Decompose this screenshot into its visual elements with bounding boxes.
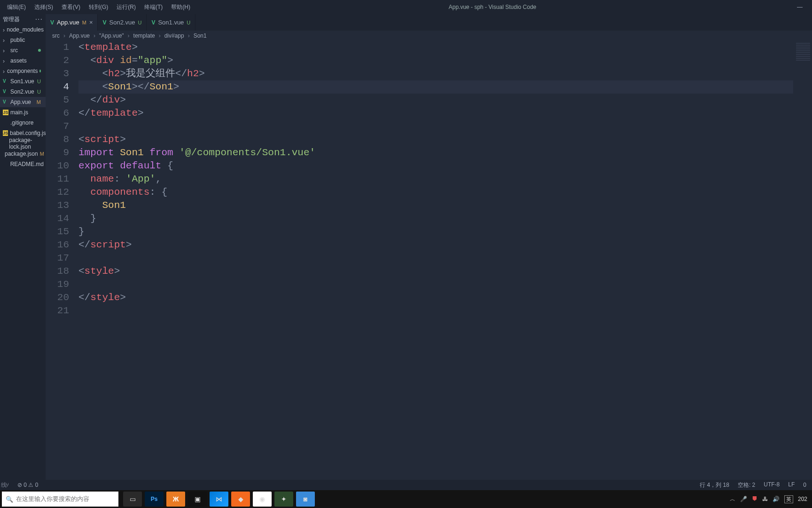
windows-taskbar: 🔍 在这里输入你要搜索的内容 ▭ Ps Ж ▣ ⋈ ◆ ◉ ✦ ◙ ︿ 🎤 ⛊ … bbox=[0, 490, 812, 508]
tree-item[interactable]: JSmain.js bbox=[0, 107, 46, 118]
code-line[interactable]: </script> bbox=[78, 238, 812, 252]
editor-tab[interactable]: VApp.vueM× bbox=[46, 14, 98, 31]
breadcrumb-item[interactable]: App.vue bbox=[69, 32, 90, 39]
tray-ime[interactable]: 英 bbox=[784, 495, 793, 503]
code-line[interactable]: </style> bbox=[78, 291, 812, 304]
code-line[interactable]: <template> bbox=[78, 41, 812, 54]
chrome-icon[interactable]: ◉ bbox=[253, 492, 272, 507]
vue-icon: V bbox=[3, 89, 8, 95]
tree-item-label: App.vue bbox=[10, 99, 31, 105]
tree-item[interactable]: public bbox=[0, 35, 46, 45]
window-minimize[interactable]: — bbox=[797, 4, 803, 10]
code-line[interactable]: } bbox=[78, 212, 812, 225]
menu-item[interactable]: 编辑(E) bbox=[3, 4, 30, 10]
code-line[interactable]: </div> bbox=[78, 94, 812, 107]
folder-icon bbox=[3, 27, 5, 32]
vcs-badge: U bbox=[37, 89, 44, 95]
tray-date[interactable]: 202 bbox=[798, 496, 807, 502]
code-line[interactable] bbox=[78, 278, 812, 291]
folder-icon bbox=[3, 68, 5, 74]
wechat-icon[interactable]: ✦ bbox=[274, 492, 293, 507]
breadcrumb-item[interactable]: div#app bbox=[164, 32, 184, 39]
status-item[interactable]: LF bbox=[787, 481, 796, 489]
tree-item[interactable]: .gitignore bbox=[0, 118, 46, 128]
code-line[interactable]: components: { bbox=[78, 186, 812, 199]
js-icon: JS bbox=[3, 110, 8, 115]
editor-tab[interactable]: VSon2.vueU bbox=[98, 14, 147, 31]
tree-item[interactable]: node_modules bbox=[0, 24, 46, 35]
breadcrumb[interactable]: srcApp.vue"App.vue"templatediv#appSon1 bbox=[46, 31, 812, 41]
tree-item-label: babel.config.js bbox=[10, 130, 46, 136]
folder-icon bbox=[3, 37, 8, 43]
tab-label: Son2.vue bbox=[109, 19, 135, 26]
breadcrumb-item[interactable]: template bbox=[133, 32, 155, 39]
menu-item[interactable]: 查看(V) bbox=[57, 4, 85, 10]
vscode-icon[interactable]: ⋈ bbox=[210, 492, 228, 507]
menu-item[interactable]: 帮助(H) bbox=[167, 4, 195, 10]
status-item[interactable]: UTF-8 bbox=[763, 481, 781, 489]
editor-tab[interactable]: VSon1.vueU bbox=[147, 14, 195, 31]
tree-item[interactable]: VSon2.vueU bbox=[0, 87, 46, 97]
explorer-panel: 管理器 ··· node_modulespublicsrcassetscompo… bbox=[0, 14, 46, 480]
tree-item-label: src bbox=[10, 47, 18, 54]
menu-item[interactable]: 选择(S) bbox=[30, 4, 57, 10]
taskbar-search[interactable]: 🔍 在这里输入你要搜索的内容 bbox=[2, 492, 118, 507]
tree-item[interactable]: components bbox=[0, 66, 46, 76]
status-item[interactable]: 行 4，列 18 bbox=[699, 481, 730, 489]
tree-item[interactable]: assets bbox=[0, 56, 46, 66]
line-gutter: 123456789101112131415161718192021 bbox=[46, 41, 78, 480]
code-line[interactable]: <style> bbox=[78, 265, 812, 278]
breadcrumb-item[interactable]: src bbox=[52, 32, 60, 39]
menu-item[interactable]: 运行(R) bbox=[112, 4, 140, 10]
postman-icon[interactable]: ◆ bbox=[231, 492, 250, 507]
photoshop-icon[interactable]: Ps bbox=[145, 492, 164, 507]
tray-chevron-icon[interactable]: ︿ bbox=[730, 495, 735, 503]
code-line[interactable]: } bbox=[78, 225, 812, 238]
terminal-icon[interactable]: ▣ bbox=[188, 492, 207, 507]
breadcrumb-item[interactable]: Son1 bbox=[194, 32, 207, 39]
folder-icon bbox=[3, 58, 8, 64]
explorer-more-icon[interactable]: ··· bbox=[35, 15, 43, 24]
tree-item[interactable]: package.jsonM bbox=[0, 149, 46, 159]
tree-item-label: node_modules bbox=[7, 26, 44, 33]
code-line[interactable]: <script> bbox=[78, 133, 812, 146]
tab-status: U bbox=[138, 20, 141, 25]
minimap[interactable] bbox=[793, 41, 812, 480]
task-view-icon[interactable]: ▭ bbox=[123, 492, 142, 507]
menu-item[interactable]: 转到(G) bbox=[85, 4, 112, 10]
search-placeholder: 在这里输入你要搜索的内容 bbox=[16, 495, 89, 503]
tree-item[interactable]: VApp.vueM bbox=[0, 97, 46, 107]
menu-item[interactable]: 终端(T) bbox=[140, 4, 167, 10]
code-line[interactable]: <div id="app"> bbox=[78, 54, 812, 67]
json-icon bbox=[3, 141, 7, 146]
xampp-icon[interactable]: Ж bbox=[166, 492, 185, 507]
tree-item[interactable]: src bbox=[0, 45, 46, 56]
code-line[interactable]: </template> bbox=[78, 107, 812, 120]
code-line[interactable]: import Son1 from '@/components/Son1.vue' bbox=[78, 146, 812, 159]
vue-icon: V bbox=[3, 99, 8, 105]
breadcrumb-item[interactable]: "App.vue" bbox=[99, 32, 124, 39]
code-line[interactable] bbox=[78, 252, 812, 265]
problems-count[interactable]: ⊘ 0 ⚠ 0 bbox=[16, 482, 39, 488]
status-bar: ⑂ ⊘ 0 ⚠ 0 行 4，列 18空格: 2UTF-8LF 0 bbox=[0, 480, 812, 490]
tray-network-icon[interactable]: 🖧 bbox=[762, 496, 768, 502]
tree-item[interactable]: README.md bbox=[0, 159, 46, 169]
code-line[interactable]: <Son1></Son1> bbox=[78, 80, 812, 94]
code-line[interactable]: export default { bbox=[78, 159, 812, 173]
code-line[interactable] bbox=[78, 120, 812, 133]
tray-security-icon[interactable]: ⛊ bbox=[752, 496, 757, 502]
tree-item[interactable]: package-lock.json bbox=[0, 138, 46, 149]
code-line[interactable]: name: 'App', bbox=[78, 173, 812, 186]
code-line[interactable]: <h2>我是父组件</h2> bbox=[78, 67, 812, 80]
window-title: App.vue - sph - Visual Studio Code bbox=[195, 4, 790, 10]
code-editor[interactable]: 123456789101112131415161718192021 <templ… bbox=[46, 41, 812, 480]
status-item[interactable]: 空格: 2 bbox=[737, 481, 756, 489]
tray-volume-icon[interactable]: 🔊 bbox=[773, 496, 780, 502]
code-line[interactable]: Son1 bbox=[78, 199, 812, 212]
camera-icon[interactable]: ◙ bbox=[296, 492, 315, 507]
code-line[interactable] bbox=[78, 304, 812, 318]
modified-dot-icon bbox=[39, 70, 41, 72]
tree-item[interactable]: VSon1.vueU bbox=[0, 76, 46, 87]
tray-mic-icon[interactable]: 🎤 bbox=[740, 496, 747, 502]
close-icon[interactable]: × bbox=[89, 19, 93, 26]
